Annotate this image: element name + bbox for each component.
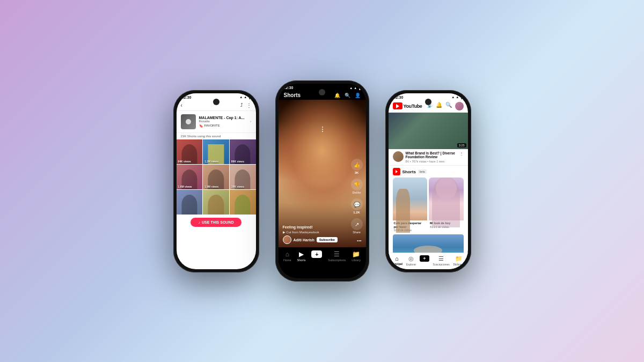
video-title: What Brand is Best? | Diverse Foundation… bbox=[406, 151, 457, 160]
video-grid: 64K views 1.2M views 89K views 1.6M view… bbox=[177, 139, 256, 215]
cell-views-3: 89K views bbox=[231, 160, 244, 163]
nav-suscripciones-label: Suscripciones bbox=[433, 263, 450, 266]
wifi-icon-2: ▲ bbox=[354, 86, 357, 90]
nav-subscriptions-2[interactable]: ☰ Subscriptions bbox=[328, 250, 346, 262]
grid-cell-1[interactable]: 64K views bbox=[177, 139, 203, 164]
cell-views-5: 1.9M views bbox=[204, 185, 218, 188]
creator-name: Aditi Harish bbox=[294, 238, 314, 242]
channel-avatar bbox=[393, 151, 404, 162]
shorts-section-title: Shorts bbox=[402, 169, 416, 174]
nav-explorar-label: Explorar bbox=[406, 263, 416, 266]
status-icons-2: ▲ ▲ ▐ bbox=[349, 86, 360, 90]
subscriptions-icon-3: ☰ bbox=[438, 255, 444, 262]
featured-video-info: What Brand is Best? | Diverse Foundation… bbox=[389, 149, 468, 166]
shorts-section-icon bbox=[393, 168, 400, 175]
battery-icon-2: ▐ bbox=[358, 86, 360, 90]
nav-home-2[interactable]: ⌂ Home bbox=[283, 250, 291, 262]
nav-biblioteca[interactable]: 📁 Biblioteca bbox=[453, 255, 465, 266]
grid-cell-9[interactable] bbox=[230, 190, 256, 215]
search-icon-2[interactable]: 🔍 bbox=[345, 93, 350, 98]
nav-shorts-2[interactable]: ▶ Shorts bbox=[297, 250, 306, 262]
cell-views-1: 64K views bbox=[178, 160, 191, 163]
time-2: 12:30 bbox=[284, 86, 294, 90]
chevron-right-icon: › bbox=[250, 119, 252, 124]
dislike-label: Dislike bbox=[352, 191, 361, 194]
dislike-action[interactable]: 👎 Dislike bbox=[351, 179, 363, 194]
grid-cell-8[interactable] bbox=[203, 190, 229, 215]
sound-title: MALAMENTE - Cap 1: A... bbox=[199, 116, 247, 120]
back-button-1[interactable]: ‹ bbox=[181, 102, 182, 108]
nav-principal-label: Principal bbox=[391, 262, 402, 265]
jewelry-decoration bbox=[322, 127, 323, 132]
nav-create-2[interactable]: + bbox=[311, 250, 322, 262]
album-art bbox=[181, 114, 196, 129]
creator-avatar bbox=[283, 235, 291, 244]
nav-library-label-2: Library bbox=[352, 258, 361, 262]
nav-create-3[interactable]: + bbox=[420, 255, 429, 266]
grid-cell-3[interactable]: 89K views bbox=[230, 139, 256, 164]
use-sound-button[interactable]: ♪ USE THIS SOUND bbox=[191, 218, 241, 227]
shorts-section-header: Shorts beta bbox=[393, 168, 464, 175]
youtube-header-icons: 📡 🔔 🔍 bbox=[426, 102, 464, 110]
phone-camera-3 bbox=[425, 99, 431, 105]
user-row: Aditi Harish Subscribe bbox=[283, 235, 345, 244]
nav-home-label-2: Home bbox=[283, 258, 291, 262]
wifi-icon-3: ▲ bbox=[456, 95, 459, 99]
grid-cell-2[interactable]: 1.2M views bbox=[203, 139, 229, 164]
nav-explorar[interactable]: ◎ Explorar bbox=[406, 255, 416, 266]
like-count: 3K bbox=[355, 171, 359, 174]
nav-subscriptions-label-2: Subscriptions bbox=[328, 258, 346, 262]
share-button-1[interactable]: ⤴ bbox=[240, 102, 243, 108]
more-button-1[interactable]: ⋮ bbox=[246, 102, 252, 108]
short-thumb-1 bbox=[393, 178, 428, 220]
phone-camera-1 bbox=[213, 99, 219, 105]
video-actions: 👍 3K 👎 Dislike 💬 1.2K ↗ Share bbox=[351, 159, 363, 234]
cell-views-2: 1.2M views bbox=[204, 160, 218, 163]
battery-icon-3: ▐ bbox=[460, 95, 462, 99]
favorite-row[interactable]: 🔖 FAVORITE bbox=[199, 124, 247, 128]
share-action[interactable]: ↗ Share bbox=[351, 218, 363, 234]
featured-video-thumb[interactable]: 3:25 bbox=[389, 113, 468, 149]
more-options[interactable]: ••• bbox=[357, 238, 361, 243]
shorts-title: Shorts bbox=[284, 92, 301, 98]
status-icons-1: ▲ ▲ ▐ bbox=[239, 95, 250, 99]
battery-icon: ▐ bbox=[248, 95, 250, 99]
time-1: 12:30 bbox=[182, 95, 192, 99]
subscribe-button[interactable]: Subscribe bbox=[317, 237, 338, 242]
sound-info: MALAMENTE - Cap 1: A... Rosalia 🔖 FAVORI… bbox=[177, 111, 256, 133]
comment-action[interactable]: 💬 1.2K bbox=[351, 198, 363, 214]
video-meta: 8V • 767k vistas • hace 1 mes bbox=[406, 160, 457, 163]
short-card-1[interactable]: Café para despertar por favor 12 M de vi… bbox=[393, 178, 428, 233]
video-info: Feeling inspired! ▶ Cut from Madeyewlook… bbox=[283, 225, 345, 244]
phone-camera-2 bbox=[319, 89, 325, 95]
shorts-header-icons: 🔔 🔍 👤 bbox=[334, 93, 361, 98]
shorts-grid: Café para despertar por favor 12 M de vi… bbox=[393, 178, 464, 233]
favorite-label: FAVORITE bbox=[204, 124, 220, 127]
video-caption: Feeling inspired! bbox=[283, 225, 345, 229]
grid-cell-7[interactable] bbox=[177, 190, 203, 215]
explore-icon-3: ◎ bbox=[408, 255, 414, 262]
search-icon-3[interactable]: 🔍 bbox=[445, 102, 452, 110]
create-icon-2: + bbox=[311, 250, 322, 258]
notification-icon-3[interactable]: 🔔 bbox=[436, 102, 442, 110]
grid-cell-5[interactable]: 1.9M views bbox=[203, 165, 229, 189]
video-more-icon[interactable]: ⋮ bbox=[459, 151, 464, 164]
sound-artist: Rosalia bbox=[199, 120, 247, 123]
phone3-nav: ⌂ Principal ◎ Explorar + ☰ Suscripciones… bbox=[389, 253, 468, 269]
nav-suscripciones[interactable]: ☰ Suscripciones bbox=[433, 255, 450, 266]
grid-cell-6[interactable]: 18K views bbox=[230, 165, 256, 189]
signal-icon-2: ▲ bbox=[349, 86, 353, 90]
shorts-video[interactable]: 👍 3K 👎 Dislike 💬 1.2K ↗ Share Feel bbox=[279, 100, 366, 247]
user-avatar-3[interactable] bbox=[455, 102, 464, 110]
grid-cell-4[interactable]: 1.6M views bbox=[177, 165, 203, 189]
create-icon-3: + bbox=[420, 255, 429, 262]
share-label: Share bbox=[353, 231, 361, 234]
short-card-2[interactable]: Mi look de hoy 41.1 k de visitas bbox=[429, 178, 464, 233]
share-icon: ↗ bbox=[351, 218, 363, 230]
notification-icon[interactable]: 🔔 bbox=[334, 93, 340, 98]
like-action[interactable]: 👍 3K bbox=[351, 159, 363, 174]
nav-library-2[interactable]: 📁 Library bbox=[352, 250, 361, 262]
nav-principal[interactable]: ⌂ Principal bbox=[391, 255, 402, 266]
user-avatar-2[interactable]: 👤 bbox=[355, 93, 361, 98]
phone-1: 12:30 ▲ ▲ ▐ ‹ ⤴ ⋮ MALAMENTE - Cap 1: A..… bbox=[173, 90, 259, 272]
